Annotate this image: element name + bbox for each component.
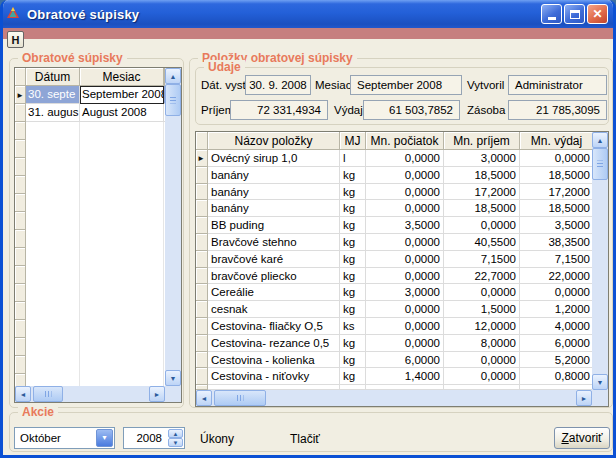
cell-mj[interactable]: kg	[340, 200, 366, 217]
cell-mj[interactable]: kg	[340, 167, 366, 184]
col-header-vydaj[interactable]: Mn. výdaj	[520, 132, 594, 150]
cell-mj[interactable]: kg	[340, 335, 366, 352]
cell-vydaj[interactable]: 3,5000	[520, 217, 592, 234]
cell-pociatok[interactable]: 0,0000	[366, 268, 444, 285]
cell-nazov[interactable]: Cestovina- rezance 0,5	[208, 335, 340, 352]
cell-vydaj[interactable]: 6,0000	[520, 335, 592, 352]
cell-mj[interactable]: kg	[340, 284, 366, 301]
table-row[interactable]: Cestovina - niťovkykg1,40000,00000,8000	[196, 368, 592, 385]
cell-mesiac[interactable]: August 2008	[80, 104, 164, 122]
ukony-button[interactable]: Úkony	[200, 432, 234, 446]
table-row[interactable]: cesnakkg0,00001,50001,2000	[196, 301, 592, 318]
cell-mj[interactable]: kg	[340, 268, 366, 285]
cell-vydaj[interactable]: 0,0000	[520, 150, 592, 167]
items-horizontal-scrollbar[interactable]: ◄ ►	[196, 390, 592, 406]
col-header-mj[interactable]: MJ	[340, 132, 366, 150]
cell-vydaj[interactable]: 7,1500	[520, 251, 592, 268]
cell-nazov[interactable]: Ovécný sirup 1,0	[208, 150, 340, 167]
cell-prijem[interactable]: 18,5000	[444, 200, 520, 217]
cell-mj[interactable]: kg	[340, 352, 366, 369]
cell-nazov[interactable]: Cestovina - niťovky	[208, 368, 340, 385]
dropdown-icon[interactable]: ▼	[96, 429, 113, 447]
cell-prijem[interactable]: 17,2000	[444, 184, 520, 201]
cell-datum[interactable]: 31. augus	[26, 104, 80, 122]
horizontal-scroll-thumb[interactable]	[214, 390, 266, 406]
cell-prijem[interactable]: 3,0000	[444, 150, 520, 167]
table-row[interactable]: banánykg0,000018,500018,5000	[196, 200, 592, 217]
dat-vyst-field[interactable]: 30. 9. 2008	[245, 75, 311, 95]
cell-mj[interactable]: kg	[340, 234, 366, 251]
table-row[interactable]: Cestovina- fliačky O,5ks0,000012,00004,0…	[196, 318, 592, 335]
cell-pociatok[interactable]: 0,0000	[366, 318, 444, 335]
cell-mj[interactable]: kg	[340, 301, 366, 318]
cell-nazov[interactable]: cesnak	[208, 301, 340, 318]
cell-prijem[interactable]: 7,1500	[444, 251, 520, 268]
cell-mj[interactable]: ks	[340, 318, 366, 335]
cell-vydaj[interactable]: 4,0000	[520, 318, 592, 335]
cell-prijem[interactable]: 0,0000	[444, 352, 520, 369]
cell-pociatok[interactable]: 0,0000	[366, 200, 444, 217]
cell-nazov[interactable]: bravčové pliecko	[208, 268, 340, 285]
supisky-grid[interactable]: Dátum Mesiac P ►30. septeSeptember 20084…	[14, 67, 182, 403]
col-header-prijem[interactable]: Mn. príjem	[444, 132, 520, 150]
col-header-mesiac[interactable]: Mesiac	[80, 68, 164, 86]
items-vertical-scrollbar[interactable]: ▲ ▼	[592, 132, 608, 390]
supisky-vertical-scrollbar[interactable]: ▲ ▼	[165, 68, 181, 386]
vertical-scroll-thumb[interactable]	[165, 84, 181, 116]
table-row[interactable]: Cestovina - kolienkakg6,00000,00005,2000	[196, 352, 592, 369]
col-header-datum[interactable]: Dátum	[26, 68, 80, 86]
close-window-button[interactable]: ✕	[587, 4, 608, 24]
tlacit-button[interactable]: Tlačiť	[290, 432, 320, 446]
cell-nazov[interactable]: banány	[208, 200, 340, 217]
table-row[interactable]: Cestovina- rezance 0,5kg0,00008,00006,00…	[196, 335, 592, 352]
cell-nazov[interactable]: bravčové karé	[208, 251, 340, 268]
scroll-right-icon[interactable]: ►	[576, 390, 592, 406]
zatvorit-button[interactable]: Zatvoriť	[554, 427, 610, 449]
cell-pociatok[interactable]: 0,0000	[366, 150, 444, 167]
table-row[interactable]: BB pudingkg3,50000,00003,5000	[196, 217, 592, 234]
col-header-nazov[interactable]: Názov položky	[208, 132, 340, 150]
cell-datum[interactable]: 30. septe	[26, 86, 80, 104]
cell-pociatok[interactable]: 0,0000	[366, 301, 444, 318]
scroll-left-icon[interactable]: ◄	[15, 386, 31, 402]
cell-pociatok[interactable]: 3,5000	[366, 217, 444, 234]
cell-mj[interactable]: kg	[340, 368, 366, 385]
prijem-field[interactable]: 72 331,4934	[230, 100, 328, 120]
vydaj-field[interactable]: 61 503,7852	[363, 100, 460, 120]
supisky-row[interactable]: 31. augusAugust 20080	[15, 104, 165, 122]
cell-nazov[interactable]: banány	[208, 167, 340, 184]
vertical-scroll-thumb[interactable]	[592, 148, 608, 180]
cell-vydaj[interactable]: 22,0000	[520, 268, 592, 285]
h-button[interactable]: H	[7, 31, 24, 48]
col-header-pociatok[interactable]: Mn. počiatok	[366, 132, 444, 150]
cell-mj[interactable]: kg	[340, 184, 366, 201]
cell-prijem[interactable]: 18,5000	[444, 167, 520, 184]
month-combobox[interactable]: Október ▼	[14, 427, 115, 449]
horizontal-scroll-thumb[interactable]	[33, 386, 63, 402]
cell-vydaj[interactable]: 18,5000	[520, 167, 592, 184]
minimize-button[interactable]	[541, 4, 562, 24]
scroll-up-icon[interactable]: ▲	[592, 132, 608, 148]
cell-pociatok[interactable]: 0,0000	[366, 335, 444, 352]
cell-pociatok[interactable]: 0,0000	[366, 234, 444, 251]
cell-pociatok[interactable]: 3,0000	[366, 284, 444, 301]
cell-nazov[interactable]: Cestovina - kolienka	[208, 352, 340, 369]
table-row[interactable]: banánykg0,000017,200017,2000	[196, 184, 592, 201]
cell-prijem[interactable]: 40,5500	[444, 234, 520, 251]
cell-vydaj[interactable]: 0,0000	[520, 284, 592, 301]
vytvoril-field[interactable]: Administrator	[508, 75, 607, 95]
scroll-up-icon[interactable]: ▲	[165, 68, 181, 84]
cell-vydaj[interactable]: 38,3500	[520, 234, 592, 251]
table-row[interactable]: bravčové plieckokg0,000022,700022,0000	[196, 268, 592, 285]
cell-nazov[interactable]: Cestovina- fliačky O,5	[208, 318, 340, 335]
zasoba-field[interactable]: 21 785,3095	[508, 100, 607, 120]
cell-nazov[interactable]: banány	[208, 184, 340, 201]
cell-mj[interactable]: kg	[340, 217, 366, 234]
cell-prijem[interactable]: 1,5000	[444, 301, 520, 318]
cell-prijem[interactable]: 0,0000	[444, 368, 520, 385]
table-row[interactable]: banánykg0,000018,500018,5000	[196, 167, 592, 184]
table-row[interactable]: Bravčové stehnokg0,000040,550038,3500	[196, 234, 592, 251]
cell-nazov[interactable]: BB puding	[208, 217, 340, 234]
cell-pociatok[interactable]: 1,4000	[366, 368, 444, 385]
scroll-down-icon[interactable]: ▼	[592, 374, 608, 390]
